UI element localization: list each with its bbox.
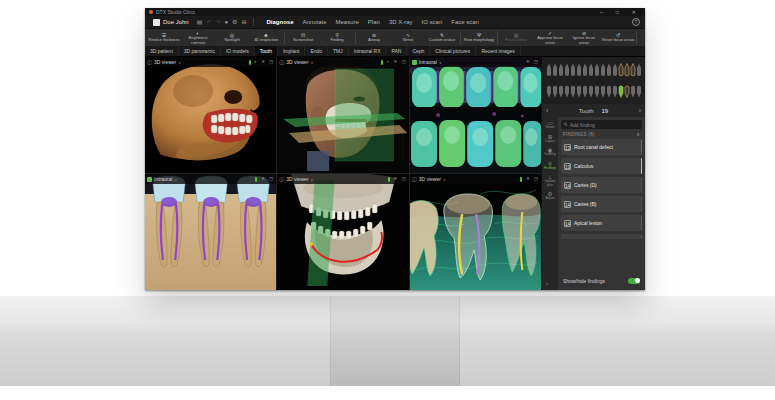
- close-icon[interactable]: ✕: [260, 57, 266, 67]
- expand-icon[interactable]: ◳: [268, 57, 274, 67]
- lower-tooth-2[interactable]: [553, 85, 557, 97]
- 3d-inspection-tool[interactable]: ◈3D inspection: [249, 29, 283, 46]
- close-icon[interactable]: ✕: [525, 57, 531, 67]
- minimize-button[interactable]: –: [595, 8, 608, 16]
- upper-tooth-1[interactable]: [547, 63, 551, 75]
- workspace-tab-3d-panoramic[interactable]: 3D panoramic: [179, 46, 221, 56]
- layout-icon[interactable]: ⊞: [240, 16, 247, 28]
- lower-tooth-9[interactable]: [595, 85, 599, 97]
- expand-icon[interactable]: ◳: [533, 57, 539, 67]
- snapshot-icon[interactable]: ▤: [196, 16, 204, 28]
- upper-tooth-16[interactable]: [637, 63, 641, 75]
- lower-tooth-13[interactable]: [619, 85, 623, 97]
- lower-tooth-10[interactable]: [601, 85, 605, 97]
- add-finding-search[interactable]: ⚲: [561, 120, 642, 129]
- expand-icon[interactable]: ◳: [400, 174, 406, 184]
- viewport-title[interactable]: Intraoral: [419, 59, 437, 65]
- finding-tool[interactable]: ⚲Finding: [320, 29, 354, 46]
- lower-tooth-4[interactable]: [565, 85, 569, 97]
- workspace-tab-io-models[interactable]: IO models: [221, 46, 255, 56]
- viewport-title[interactable]: 3D viewer: [154, 59, 176, 65]
- nerve-tool[interactable]: ∿Nerve: [391, 29, 425, 46]
- workspace-tab-tooth[interactable]: Tooth: [255, 46, 278, 56]
- upper-tooth-15[interactable]: [631, 63, 635, 75]
- upper-tooth-9[interactable]: [595, 63, 599, 75]
- workspace-tab-ceph[interactable]: Ceph: [407, 46, 430, 56]
- lower-tooth-5[interactable]: [571, 85, 575, 97]
- viewport-canvas-mandible[interactable]: [277, 174, 408, 290]
- rail-item-adjust[interactable]: ⚙Adjust: [546, 191, 555, 201]
- expand-icon[interactable]: ◳: [400, 57, 406, 67]
- finding-card[interactable]: 14Caries (D): [561, 177, 642, 193]
- finding-card[interactable]: 14Caries (B): [561, 196, 642, 212]
- render-sphere-icon[interactable]: ●: [223, 16, 229, 28]
- upper-tooth-8[interactable]: [589, 63, 593, 75]
- workspace-tab-recent-images[interactable]: Recent images: [476, 46, 520, 56]
- close-icon[interactable]: ✕: [393, 57, 399, 67]
- upper-tooth-6[interactable]: [577, 63, 581, 75]
- upper-tooth-11[interactable]: [607, 63, 611, 75]
- lower-tooth-6[interactable]: [577, 85, 581, 97]
- help-icon[interactable]: ?: [632, 18, 640, 26]
- viewport-canvas-skull[interactable]: [145, 57, 276, 173]
- expand-icon[interactable]: ◳: [533, 174, 539, 184]
- menu-tab-3d-x-ray[interactable]: 3D X-ray: [389, 19, 413, 25]
- lower-tooth-1[interactable]: [547, 85, 551, 97]
- next-tooth-button[interactable]: ›: [639, 104, 641, 117]
- workspace-tab-endo[interactable]: Endo: [305, 46, 328, 56]
- contrast-icon[interactable]: ◐: [386, 57, 391, 67]
- workspace-tab-intraoral-rx[interactable]: Intraoral RX: [349, 46, 387, 56]
- brightness-contrast-tool[interactable]: ◐Brightness contrast: [181, 29, 215, 46]
- lower-tooth-12[interactable]: [613, 85, 617, 97]
- menu-tab-plan[interactable]: Plan: [368, 19, 380, 25]
- lower-tooth-7[interactable]: [583, 85, 587, 97]
- upper-tooth-14[interactable]: [625, 63, 629, 75]
- workspace-tab-clinical-pictures[interactable]: Clinical pictures: [430, 46, 476, 56]
- upper-tooth-10[interactable]: [601, 63, 605, 75]
- chevron-down-icon[interactable]: ∨: [311, 60, 314, 65]
- approve-focus-areas-tool[interactable]: ✓Approve focus areas: [533, 29, 567, 46]
- rail-item-viewer[interactable]: ▭Viewer: [545, 120, 555, 130]
- upper-tooth-7[interactable]: [583, 63, 587, 75]
- workspace-tab-implant[interactable]: Implant: [278, 46, 305, 56]
- viewport-canvas-radiograph[interactable]: [145, 174, 276, 290]
- upper-tooth-3[interactable]: [559, 63, 563, 75]
- upper-tooth-12[interactable]: [613, 63, 617, 75]
- close-icon[interactable]: ✕: [393, 174, 399, 184]
- viewport-title[interactable]: 3D viewer: [286, 59, 308, 65]
- viewport-canvas-segmented[interactable]: [410, 57, 541, 173]
- screenshot-tool[interactable]: ⊡Screenshot: [286, 29, 320, 46]
- workspace-tab-tmj[interactable]: TMJ: [328, 46, 349, 56]
- chevron-down-icon[interactable]: ∨: [443, 177, 446, 182]
- close-button[interactable]: ✕: [627, 8, 641, 16]
- chevron-down-icon[interactable]: ∨: [174, 177, 177, 182]
- rail-item-layout[interactable]: ⊞Layout: [545, 134, 555, 144]
- chevron-down-icon[interactable]: ∨: [439, 60, 442, 65]
- tooth-chart[interactable]: [542, 57, 645, 104]
- root-morphology-tool[interactable]: ΨRoot morphology: [462, 29, 496, 46]
- chevron-down-icon[interactable]: ∨: [178, 60, 181, 65]
- lower-tooth-15[interactable]: [631, 85, 635, 97]
- add-finding-input[interactable]: [570, 122, 639, 128]
- collapse-panel-icon[interactable]: ›: [546, 280, 548, 286]
- lower-tooth-11[interactable]: [607, 85, 611, 97]
- lower-tooth-16[interactable]: [637, 85, 641, 97]
- viewport-title[interactable]: 3D viewer: [419, 176, 441, 182]
- workspace-tab-pan[interactable]: PAN: [386, 46, 407, 56]
- menu-tab-annotate[interactable]: Annotate: [302, 19, 326, 25]
- airway-tool[interactable]: ≋Airway: [357, 29, 391, 46]
- menu-tab-face-scan[interactable]: Face scan: [451, 19, 479, 25]
- patient-chip[interactable]: Doe John: [150, 18, 192, 27]
- finding-card[interactable]: 13Root canal defect: [561, 139, 642, 155]
- findings-header[interactable]: FINDINGS (6) ∧: [561, 129, 642, 139]
- expand-icon[interactable]: ◳: [268, 174, 274, 184]
- chevron-down-icon[interactable]: ∨: [311, 177, 314, 182]
- contrast-icon[interactable]: ◐: [254, 57, 259, 67]
- rail-item-findings[interactable]: ⚲Findings: [544, 161, 556, 171]
- upper-tooth-4[interactable]: [565, 63, 569, 75]
- reslice-thickness-tool[interactable]: ☰Reslice thickness: [147, 29, 181, 46]
- settings-gear-icon[interactable]: ⚙: [231, 16, 238, 28]
- reset-focus-areas-tool[interactable]: ↺Reset focus areas: [601, 29, 635, 46]
- upper-tooth-2[interactable]: [553, 63, 557, 75]
- upper-tooth-13[interactable]: [619, 63, 623, 75]
